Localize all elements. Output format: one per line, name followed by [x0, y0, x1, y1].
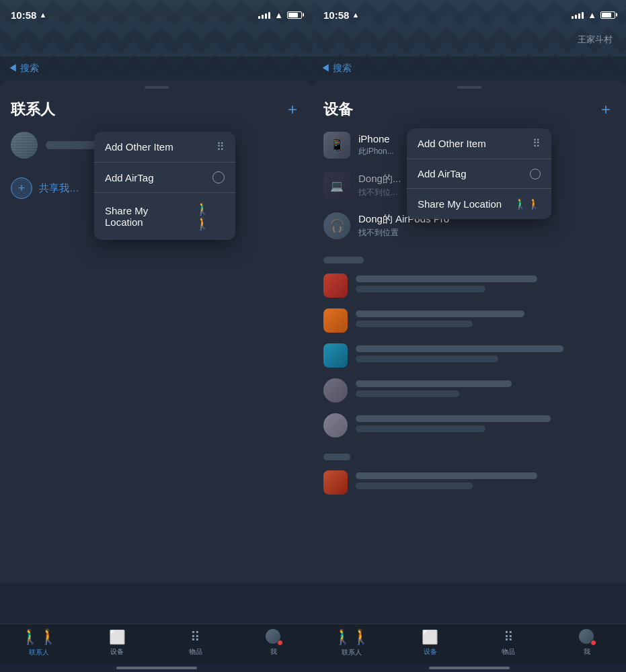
right-sub-section2-header: [313, 443, 626, 465]
right-signal-bar-3: [578, 13, 580, 19]
right-blurred-item-4[interactable]: [313, 373, 626, 408]
left-add-person-label: 共享我…: [39, 182, 79, 195]
right-tab-contacts-icon: 🚶‍♂️🚶: [334, 628, 370, 646]
right-blurred-avatar-6: [323, 470, 348, 495]
left-menu-add-other[interactable]: Add Other Item ⠿: [94, 132, 235, 162]
left-contact-area: Add Other Item ⠿ Add AirTag Share My Loc…: [0, 125, 313, 165]
left-time-text: 10:58: [11, 9, 36, 21]
right-section-title: 设备: [323, 99, 353, 120]
right-blurred-avatar-2: [323, 308, 348, 333]
signal-bar-2: [262, 15, 264, 19]
right-add-button[interactable]: +: [596, 100, 615, 119]
right-status-icons: ▲: [572, 10, 615, 20]
right-blurred-item-2[interactable]: [313, 303, 626, 338]
right-mac-avatar: 💻: [323, 172, 350, 199]
right-menu-add-airtag-icon: [530, 169, 541, 179]
right-tab-bar: 🚶‍♂️🚶 联系人 ⬜ 设备 ⠿ 物品 我: [313, 624, 626, 664]
left-tab-items-label: 物品: [189, 647, 202, 657]
left-location-arrow: ▲: [39, 11, 46, 19]
right-tab-contacts[interactable]: 🚶‍♂️🚶 联系人: [331, 628, 372, 657]
right-blurred-line-4a: [356, 380, 512, 387]
right-home-indicator: [429, 667, 510, 669]
right-blurred-item-6[interactable]: [313, 465, 626, 500]
right-signal-bar-4: [582, 12, 584, 19]
right-wifi-icon: ▲: [588, 10, 596, 20]
right-iphone-area: 📱 iPhone 此iPhon... Add Other Item ⠿ Add …: [313, 125, 626, 206]
right-blurred-item-1[interactable]: [313, 268, 626, 303]
left-main-content: 联系人 + Add Ot: [0, 81, 313, 624]
right-tab-devices-icon: ⬜: [422, 629, 438, 645]
right-airpods-sub: 找不到位置: [358, 227, 615, 239]
right-menu-share-location-icon: 🚶‍♂️🚶: [514, 198, 541, 210]
left-tab-me-label: 我: [270, 647, 277, 657]
right-sheet-handle: [457, 86, 481, 89]
right-menu-add-other[interactable]: Add Other Item ⠿: [407, 128, 551, 159]
left-avatar-placeholder: [11, 132, 38, 159]
right-menu-share-location[interactable]: Share My Location 🚶‍♂️🚶: [407, 188, 551, 219]
left-battery-fill: [288, 13, 298, 17]
left-tab-contacts[interactable]: 🚶‍♂️🚶 联系人: [19, 628, 59, 657]
right-search-bar[interactable]: ◀ 搜索: [313, 56, 626, 81]
left-status-bar: 10:58 ▲ ▲: [0, 0, 313, 30]
right-blurred-line-5a: [356, 415, 551, 422]
right-signal-bar-2: [575, 15, 577, 19]
left-tab-me[interactable]: 我: [253, 629, 294, 657]
right-blurred-line-1b: [356, 286, 485, 292]
right-menu-add-airtag[interactable]: Add AirTag: [407, 159, 551, 188]
right-blurred-avatar-1: [323, 274, 348, 298]
left-tab-items-icon: ⠿: [190, 629, 200, 645]
right-blurred-line-6b: [356, 482, 473, 489]
left-menu-add-airtag[interactable]: Add AirTag: [94, 162, 235, 192]
right-signal-bar-1: [572, 16, 574, 19]
right-blurred-text-1: [356, 276, 615, 296]
right-menu-share-location-label: Share My Location: [418, 198, 502, 210]
left-phone-screen: 10:58 ▲ ▲ ◀ 搜索: [0, 0, 313, 672]
right-blurred-item-5[interactable]: [313, 408, 626, 443]
right-search-back[interactable]: ◀ 搜索: [321, 62, 352, 75]
left-search-back[interactable]: ◀ 搜索: [8, 62, 39, 75]
right-menu-add-other-icon: ⠿: [533, 137, 541, 150]
right-battery-fill: [602, 13, 611, 17]
right-sub-section-header: [313, 246, 626, 268]
right-tab-me[interactable]: 我: [567, 629, 607, 657]
right-tab-me-icon: [579, 629, 595, 645]
left-add-button[interactable]: +: [283, 100, 302, 119]
right-blurred-line-6a: [356, 472, 537, 479]
left-battery-icon: [287, 11, 302, 19]
right-blurred-line-2b: [356, 321, 473, 327]
right-menu-add-other-label: Add Other Item: [418, 138, 486, 149]
right-blurred-text-6: [356, 472, 615, 493]
right-battery-icon: [600, 11, 615, 19]
right-tab-devices[interactable]: ⬜ 设备: [410, 629, 451, 657]
left-tab-items[interactable]: ⠿ 物品: [175, 629, 216, 657]
left-contact-name: [46, 141, 100, 149]
left-menu-add-other-label: Add Other Item: [105, 141, 173, 153]
right-time: 10:58 ▲: [323, 9, 359, 21]
right-sub-section2-label: [323, 454, 350, 460]
right-tab-items-label: 物品: [502, 647, 515, 657]
left-search-bar[interactable]: ◀ 搜索: [0, 56, 313, 81]
right-blurred-item-3[interactable]: [313, 338, 626, 373]
right-mac-icon: 💻: [330, 179, 344, 192]
left-add-circle-icon: +: [11, 177, 32, 199]
right-blurred-text-5: [356, 415, 615, 435]
left-tab-devices[interactable]: ⬜ 设备: [97, 629, 137, 657]
left-menu-add-airtag-icon: [212, 171, 225, 183]
left-menu-share-location[interactable]: Share My Location 🚶‍♂️🚶: [94, 192, 235, 240]
left-section-title: 联系人: [11, 99, 55, 120]
right-airpods-icon: 🎧: [329, 218, 344, 233]
signal-bar-3: [265, 13, 267, 19]
right-blurred-text-2: [356, 310, 615, 331]
right-time-text: 10:58: [323, 9, 349, 21]
right-tab-contacts-label: 联系人: [342, 648, 362, 657]
right-iphone-avatar: 📱: [323, 132, 350, 159]
left-contact-avatar: [11, 132, 38, 159]
left-time: 10:58 ▲: [11, 9, 46, 21]
left-menu-share-location-label: Share My Location: [105, 205, 188, 228]
signal-bar-4: [268, 12, 270, 19]
left-tab-contacts-label: 联系人: [29, 648, 49, 657]
right-blurred-line-4b: [356, 390, 459, 397]
right-tab-items[interactable]: ⠿ 物品: [488, 629, 529, 657]
right-blurred-line-1a: [356, 276, 537, 282]
left-avatar-pixel: [11, 132, 38, 159]
